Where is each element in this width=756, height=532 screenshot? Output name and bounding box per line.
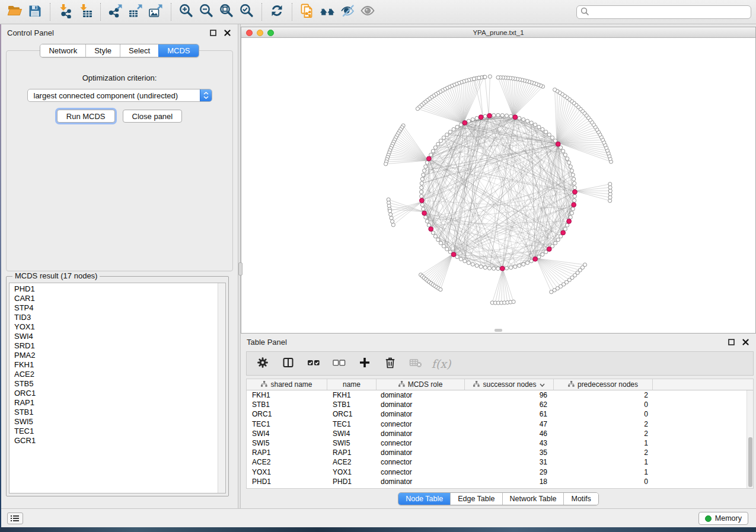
network-hub-node[interactable] (556, 142, 560, 146)
table-toolbar-deselect-all-button[interactable] (333, 357, 346, 370)
split-divider-grabber[interactable] (238, 262, 243, 275)
network-node[interactable] (513, 265, 517, 268)
network-node[interactable] (471, 118, 474, 121)
table-row[interactable]: PHD1PHD1dominator180 (247, 477, 747, 486)
network-node[interactable] (391, 220, 394, 223)
table-tab-motifs[interactable]: Motifs (563, 493, 598, 505)
network-node[interactable] (563, 153, 567, 156)
network-node[interactable] (439, 288, 442, 291)
network-node[interactable] (422, 173, 425, 177)
network-node[interactable] (569, 216, 572, 219)
network-node[interactable] (436, 238, 440, 242)
mcds-list-scrollbar[interactable] (218, 283, 225, 493)
toolbar-export-table-button[interactable] (126, 2, 146, 22)
mcds-result-item[interactable]: SWI4 (9, 332, 217, 341)
toolbar-first-neighbors-button[interactable] (317, 2, 337, 22)
network-node[interactable] (522, 118, 525, 121)
network-node[interactable] (487, 267, 491, 270)
network-node[interactable] (525, 261, 529, 264)
network-hub-node[interactable] (500, 266, 505, 271)
run-mcds-button[interactable]: Run MCDS (57, 110, 115, 123)
table-tab-network-table[interactable]: Network Table (502, 493, 564, 505)
network-node[interactable] (518, 264, 521, 267)
network-node[interactable] (436, 142, 440, 146)
table-vscrollbar[interactable] (747, 390, 753, 488)
toolbar-export-image-button[interactable] (146, 2, 166, 22)
toolbar-open-file-button[interactable] (5, 2, 25, 22)
network-node[interactable] (570, 169, 573, 172)
network-node[interactable] (608, 182, 612, 186)
network-node[interactable] (422, 207, 425, 211)
network-node[interactable] (518, 116, 521, 120)
network-node[interactable] (459, 257, 462, 261)
network-node[interactable] (522, 262, 525, 266)
network-node[interactable] (496, 76, 500, 79)
mcds-result-item[interactable]: STB5 (9, 379, 217, 389)
network-node[interactable] (425, 219, 429, 223)
toolbar-import-table-button[interactable] (75, 2, 95, 22)
network-node[interactable] (512, 300, 515, 303)
table-toolbar-show-column-panel-button[interactable] (282, 357, 295, 370)
table-row[interactable]: FKH1FKH1dominator962 (247, 390, 747, 400)
network-hub-node[interactable] (533, 257, 538, 261)
toolbar-refresh-button[interactable] (267, 2, 287, 22)
toolbar-export-network-button[interactable] (106, 2, 126, 22)
column-header-predecessor-nodes[interactable]: predecessor nodes (554, 379, 653, 390)
table-row[interactable]: SWI4SWI4dominator462 (247, 429, 747, 438)
network-node[interactable] (471, 262, 474, 266)
network-node[interactable] (492, 114, 496, 117)
optimization-criterion-dropdown[interactable]: largest connected component (undirected) (27, 89, 212, 102)
toolbar-zoom-out-button[interactable] (196, 2, 216, 22)
network-node[interactable] (573, 194, 576, 198)
toolbar-zoom-in-button[interactable] (176, 2, 196, 22)
network-node[interactable] (477, 76, 481, 79)
network-hub-node[interactable] (422, 211, 427, 216)
network-node[interactable] (529, 121, 533, 124)
network-node[interactable] (420, 177, 424, 181)
table-row[interactable]: TEC1TEC1connector472 (247, 419, 747, 429)
network-node[interactable] (505, 114, 508, 117)
network-node[interactable] (445, 247, 449, 251)
network-node[interactable] (472, 77, 476, 81)
window-minimize-button[interactable] (257, 30, 263, 36)
network-hub-node[interactable] (487, 113, 492, 118)
network-node[interactable] (422, 169, 426, 172)
network-hub-node[interactable] (572, 203, 576, 207)
toolbar-birds-eye-button[interactable] (358, 2, 378, 22)
toolbar-save-button[interactable] (25, 2, 45, 22)
mcds-result-item[interactable]: SWI5 (9, 417, 217, 427)
network-node[interactable] (483, 114, 487, 118)
toolbar-zoom-fit-button[interactable] (216, 2, 237, 22)
network-node[interactable] (505, 267, 508, 270)
window-zoom-button[interactable] (267, 30, 274, 36)
network-node[interactable] (455, 125, 459, 129)
network-node[interactable] (571, 207, 575, 211)
toolbar-import-network-button[interactable] (55, 2, 75, 22)
network-node[interactable] (448, 130, 452, 134)
network-hub-node[interactable] (429, 227, 433, 232)
network-node[interactable] (439, 241, 442, 245)
toolbar-network-from-selection-button[interactable] (297, 2, 317, 22)
network-hub-node[interactable] (567, 219, 572, 224)
network-hub-node[interactable] (513, 115, 518, 120)
network-hub-node[interactable] (426, 156, 431, 161)
network-node[interactable] (483, 75, 487, 79)
network-node[interactable] (541, 127, 544, 131)
network-node[interactable] (388, 209, 391, 213)
table-vscrollbar-thumb[interactable] (748, 437, 752, 487)
network-node[interactable] (534, 123, 537, 127)
mcds-result-item[interactable]: TID3 (9, 313, 217, 322)
network-node[interactable] (433, 235, 437, 238)
network-node[interactable] (459, 123, 462, 127)
table-tab-edge-table[interactable]: Edge Table (450, 493, 502, 505)
network-node[interactable] (479, 265, 483, 268)
network-node[interactable] (492, 267, 496, 270)
mcds-result-item[interactable]: PMA2 (9, 351, 217, 360)
network-node[interactable] (419, 190, 423, 194)
network-node[interactable] (445, 133, 449, 136)
network-node[interactable] (475, 264, 479, 267)
network-node[interactable] (389, 213, 393, 216)
network-node[interactable] (391, 223, 395, 227)
float-panel-icon[interactable] (208, 28, 218, 37)
network-hub-node[interactable] (573, 190, 578, 194)
